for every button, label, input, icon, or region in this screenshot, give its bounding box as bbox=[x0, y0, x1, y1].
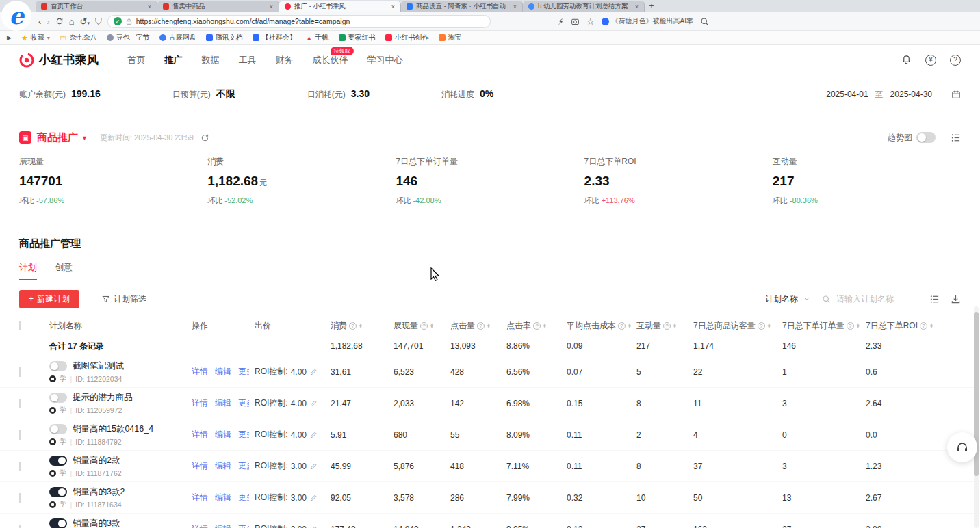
menu-growth-partner[interactable]: 成长伙伴待领取 bbox=[313, 54, 348, 66]
bookmark-favorites[interactable]: ★收藏▾ bbox=[21, 33, 50, 42]
plan-name[interactable]: 销量高的3款 bbox=[73, 518, 120, 528]
more-link[interactable]: 更多 bbox=[238, 429, 249, 440]
row-checkbox[interactable] bbox=[19, 399, 21, 408]
edit-bid-icon[interactable] bbox=[309, 431, 318, 439]
row-checkbox[interactable] bbox=[19, 493, 21, 503]
help-icon[interactable]: ? bbox=[950, 55, 961, 66]
edit-bid-icon[interactable] bbox=[309, 399, 318, 408]
more-link[interactable]: 更多 bbox=[238, 366, 249, 378]
back-icon[interactable]: ‹ bbox=[38, 17, 41, 26]
new-plan-button[interactable]: +新建计划 bbox=[19, 290, 79, 308]
sort-icon[interactable]: ▲▼ bbox=[767, 323, 771, 329]
row-checkbox[interactable] bbox=[19, 462, 21, 471]
more-link[interactable]: 更多 bbox=[238, 523, 249, 528]
tab-close-icon[interactable]: × bbox=[270, 3, 273, 10]
tab-creatives[interactable]: 创意 bbox=[55, 261, 73, 280]
plan-name[interactable]: 截图笔记测试 bbox=[73, 360, 124, 372]
brand[interactable]: 小红书乘风 bbox=[19, 52, 99, 68]
browser-logo[interactable]: e bbox=[1, 1, 31, 31]
bookmark-doubao[interactable]: 豆包 - 字节 bbox=[107, 33, 150, 42]
help-icon[interactable]: ? bbox=[847, 322, 854, 330]
detail-link[interactable]: 详情 bbox=[192, 366, 208, 378]
select-all-checkbox[interactable] bbox=[19, 321, 21, 330]
tab-home-workbench[interactable]: 首页工作台 × bbox=[36, 1, 157, 12]
tab-product-settings[interactable]: 商品设置 - 阿奇索 · 小红书自动 × bbox=[401, 1, 523, 12]
tab-close-icon[interactable]: × bbox=[513, 3, 517, 10]
edit-bid-icon[interactable] bbox=[309, 368, 318, 376]
column-settings-icon[interactable] bbox=[929, 294, 940, 304]
edit-link[interactable]: 编辑 bbox=[215, 492, 231, 503]
undo-icon[interactable]: ↺▾ bbox=[80, 17, 90, 26]
bookmark-netdisk[interactable]: 古厩网盘 bbox=[159, 33, 196, 42]
plan-toggle[interactable] bbox=[49, 518, 67, 528]
help-icon[interactable]: ? bbox=[920, 322, 927, 330]
menu-data[interactable]: 数据 bbox=[202, 54, 220, 66]
chevron-down-icon[interactable]: ▼ bbox=[81, 135, 88, 142]
bookmark-folder[interactable]: 🗀杂七杂八 bbox=[60, 33, 97, 42]
menu-tools[interactable]: 工具 bbox=[239, 54, 257, 66]
sort-icon[interactable]: ▲▼ bbox=[856, 323, 860, 329]
plan-toggle[interactable] bbox=[49, 424, 67, 434]
edit-link[interactable]: 编辑 bbox=[215, 523, 231, 528]
calendar-icon[interactable] bbox=[951, 90, 961, 99]
plan-toggle[interactable] bbox=[49, 456, 67, 466]
edit-link[interactable]: 编辑 bbox=[215, 460, 231, 472]
date-start[interactable]: 2025-04-01 bbox=[826, 90, 868, 99]
edit-link[interactable]: 编辑 bbox=[215, 429, 231, 440]
bookmark-xhs-creator[interactable]: 小红书创作 bbox=[385, 33, 429, 42]
url-text[interactable]: https://chengfeng.xiaohongshu.com/cf/ad/… bbox=[136, 17, 350, 25]
chevron-down-icon[interactable] bbox=[803, 295, 810, 302]
search-icon[interactable] bbox=[822, 295, 831, 304]
plan-name[interactable]: 销量高的15款0416_4 bbox=[73, 423, 153, 435]
sort-icon[interactable]: ▲▼ bbox=[487, 323, 491, 329]
new-tab-button[interactable]: + bbox=[645, 1, 658, 12]
plan-toggle[interactable] bbox=[49, 487, 67, 497]
url-box[interactable]: ✓ https://chengfeng.xiaohongshu.com/cf/a… bbox=[107, 15, 491, 28]
plan-toggle[interactable] bbox=[49, 361, 67, 371]
tab-chengfeng-active[interactable]: 推广 - 小红书乘风 × bbox=[279, 1, 401, 12]
customer-service-button[interactable] bbox=[947, 432, 977, 462]
help-icon[interactable]: ? bbox=[477, 322, 485, 330]
trend-toggle[interactable] bbox=[916, 132, 936, 143]
edit-link[interactable]: 编辑 bbox=[215, 397, 231, 409]
help-icon[interactable]: ? bbox=[663, 322, 671, 330]
refresh-icon[interactable] bbox=[55, 17, 64, 25]
detail-link[interactable]: 详情 bbox=[192, 492, 208, 503]
edit-bid-icon[interactable] bbox=[309, 525, 318, 528]
row-checkbox[interactable] bbox=[19, 367, 21, 377]
plan-toggle[interactable] bbox=[49, 393, 67, 403]
sort-icon[interactable]: ▲▼ bbox=[673, 323, 677, 329]
detail-link[interactable]: 详情 bbox=[192, 523, 208, 528]
menu-home[interactable]: 首页 bbox=[128, 54, 146, 66]
promo-title[interactable]: 商品推广 bbox=[37, 131, 78, 144]
expand-icon[interactable]: ▶ bbox=[7, 35, 12, 41]
more-link[interactable]: 更多 bbox=[238, 492, 249, 503]
edit-bid-icon[interactable] bbox=[309, 494, 318, 502]
menu-promotion[interactable]: 推广 bbox=[165, 54, 183, 66]
help-icon[interactable]: ? bbox=[618, 322, 626, 330]
bell-icon[interactable] bbox=[901, 55, 912, 65]
more-link[interactable]: 更多 bbox=[238, 460, 249, 472]
forward-icon[interactable]: › bbox=[47, 17, 49, 26]
date-end[interactable]: 2025-04-30 bbox=[890, 90, 932, 99]
vertical-scrollbar[interactable] bbox=[974, 306, 979, 528]
screenshot-icon[interactable] bbox=[571, 17, 580, 26]
help-icon[interactable]: ? bbox=[758, 322, 765, 330]
date-range-picker[interactable]: 2025-04-01 至 2025-04-30 bbox=[826, 89, 961, 101]
search-field-selector[interactable]: 计划名称 bbox=[765, 293, 798, 305]
help-icon[interactable]: ? bbox=[349, 322, 357, 330]
sort-icon[interactable]: ▲▼ bbox=[929, 323, 933, 329]
row-checkbox[interactable] bbox=[19, 430, 21, 440]
detail-link[interactable]: 详情 bbox=[192, 429, 208, 440]
tab-close-icon[interactable]: × bbox=[148, 3, 151, 10]
plan-filter-button[interactable]: 计划筛选 bbox=[101, 293, 146, 305]
menu-finance[interactable]: 财务 bbox=[276, 54, 294, 66]
sort-icon[interactable]: ▲▼ bbox=[430, 323, 434, 329]
refresh-data-icon[interactable] bbox=[201, 133, 209, 142]
bookmark-yaojia[interactable]: 要家红书 bbox=[339, 33, 376, 42]
detail-link[interactable]: 详情 bbox=[192, 397, 208, 409]
more-link[interactable]: 更多 bbox=[238, 397, 249, 409]
tab-close-icon[interactable]: × bbox=[635, 3, 639, 10]
plan-search-input[interactable] bbox=[836, 294, 918, 304]
search-icon[interactable] bbox=[700, 17, 709, 26]
